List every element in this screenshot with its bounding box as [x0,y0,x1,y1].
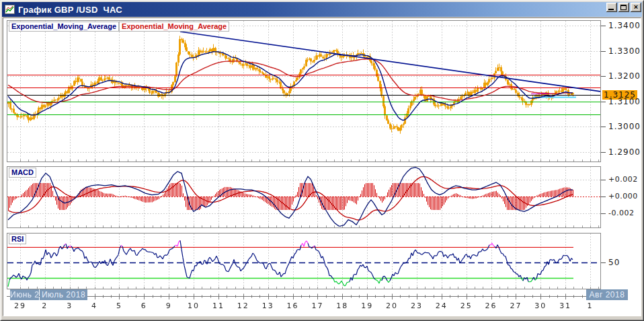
price-axis-tick [601,127,606,127]
time-axis-day-label: 11 [212,301,225,310]
time-axis-day-label: 9 [166,301,172,310]
price-axis-label: 1.2900 [608,147,641,157]
window-title: График GBP /USD ЧАС [18,5,122,15]
indicator-labels: Exponential_Moving_Average Exponential_M… [9,22,229,32]
time-axis-day-label: 2 [42,301,48,310]
time-axis-day-label: 20 [386,301,398,310]
time-axis-day-label: 10 [188,301,200,310]
time-axis-day-label: 1 [588,301,594,310]
rsi-axis-tick [601,262,606,263]
window-controls: × [605,3,641,12]
time-axis-day-label: 24 [436,301,448,310]
rsi-panel-canvas[interactable] [7,233,601,289]
time-axis-day-label: 3 [67,301,73,310]
time-axis-day-label: 30 [534,301,547,310]
time-axis-day-label: 25 [460,301,473,310]
macd-label: MACD [9,168,36,178]
macd-panel-canvas[interactable] [7,166,601,228]
time-axis-month-label: Июнь 2 [10,289,39,300]
ema-label-fast: Exponential_Moving_Average [9,22,119,32]
time-axis-day-label: 16 [287,301,299,310]
time-axis-day-label: 29 [14,301,26,310]
time-axis-day-label: 31 [559,301,571,310]
price-axis-label: 1.3000 [608,122,641,131]
chart-window-icon[interactable] [5,5,15,14]
time-axis-day-label: 17 [311,301,323,310]
time-axis-day-label: 19 [361,301,373,310]
price-axis-tick [601,51,606,52]
rsi-label: RSI [9,234,26,244]
maximize-button[interactable] [618,3,629,12]
time-axis-day-label: 4 [91,301,97,310]
macd-axis-tick [601,180,606,180]
macd-axis-label: -0.002 [608,209,634,218]
time-axis-month-label: Авг 2018 [586,289,628,300]
macd-axis-tick [601,197,606,197]
close-button[interactable]: × [631,3,641,12]
time-axis-day-label: 5 [116,301,122,310]
macd-axis-label: +0.002 [608,175,638,184]
time-axis-canvas [7,291,601,301]
time-axis-day-label: 23 [411,301,423,310]
price-axis-label: 1.3100 [608,97,641,106]
title-bar[interactable]: График GBP /USD ЧАС [2,2,642,17]
rsi-axis-label: 50 [608,258,620,267]
time-axis-day-label: 6 [141,301,147,310]
time-axis-day-label: 27 [510,301,522,310]
price-axis-tick [601,76,606,77]
time-axis-day-label: 18 [336,301,348,310]
time-axis-month-label: Июль 2018 [40,289,87,300]
macd-axis-tick [601,213,606,214]
price-chart-canvas[interactable] [7,20,601,162]
macd-axis-label: +0.000 [608,192,638,201]
price-axis-label: 1.3300 [608,46,641,56]
time-axis-day-label: 26 [485,301,497,310]
minimize-icon [608,9,614,10]
price-axis-tick [601,102,606,102]
price-axis-tick [601,26,606,26]
time-axis-day-label: 13 [262,301,274,310]
price-axis-label: 1.3400 [608,21,641,30]
price-axis-label: 1.3200 [608,71,641,81]
ema-label-slow: Exponential_Moving_Average [119,22,229,32]
price-axis-tick [601,152,606,153]
minimize-button[interactable] [606,3,617,12]
time-axis-day-label: 12 [237,301,249,310]
maximize-icon [620,5,627,10]
close-icon: × [634,3,638,11]
